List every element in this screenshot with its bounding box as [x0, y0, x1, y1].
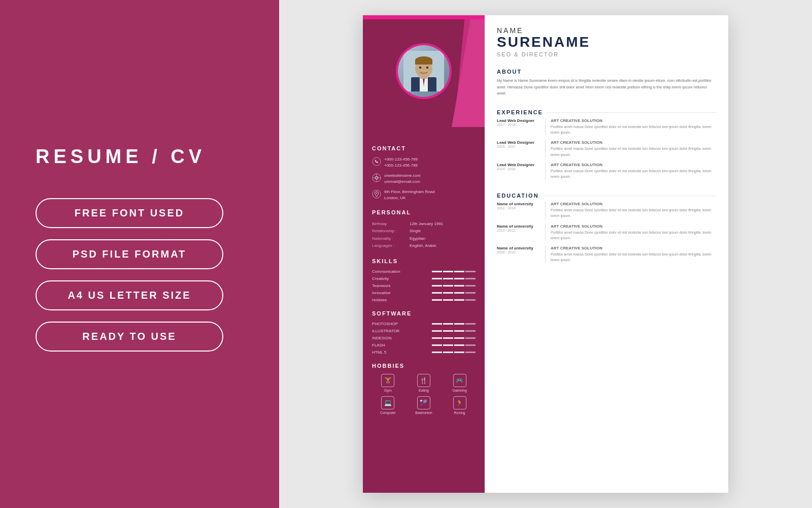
- cv-education-section: EDUCATION Name of university2012 · 2014A…: [485, 188, 728, 272]
- hobby-item: 🎮Gameing: [444, 374, 476, 392]
- skill-row: Innovative: [372, 291, 476, 295]
- hobby-item: 💻Computer: [372, 396, 404, 415]
- hobby-item: 🍴Eating: [408, 374, 440, 392]
- hobby-item: 🏋Gym: [372, 374, 404, 392]
- resume-title: RESUME / CV: [36, 146, 206, 168]
- svg-rect-7: [415, 60, 432, 65]
- cv-main: NAME SURENAME SEO & DIRECTOR ABOUT My Na…: [485, 15, 728, 493]
- cv-first-name: NAME: [497, 26, 716, 35]
- skill-row: PHOTOSHOP: [372, 322, 476, 326]
- ready-to-use-badge: READY TO USE: [36, 322, 223, 352]
- svg-point-16: [376, 193, 377, 194]
- skill-row: INDESIGN: [372, 336, 476, 340]
- exp-item: Lead Web Designer2014 · 2016ART CREATIVE…: [497, 163, 716, 179]
- cv-about-section: ABOUT My Name is Name Surename lorem emp…: [485, 65, 728, 105]
- cv-name-section: NAME SURENAME SEO & DIRECTOR: [485, 15, 728, 65]
- svg-point-10: [373, 157, 381, 166]
- skills-title: SKILLS: [372, 258, 476, 264]
- personal-title: PERSONAL: [372, 209, 476, 215]
- skill-row: Hobbies: [372, 298, 476, 302]
- skill-row: HTML 5: [372, 350, 476, 355]
- cv-sidebar: CONTACT +000-123-456-789 +000-123-456-78…: [363, 15, 485, 493]
- software-title: SOFTWARE: [372, 310, 476, 316]
- svg-point-8: [419, 67, 422, 69]
- cv-jobtitle: SEO & DIRECTOR: [497, 51, 716, 57]
- left-panel: RESUME / CV FREE FONT USED PSD FILE FORM…: [0, 0, 279, 508]
- right-panel: CONTACT +000-123-456-789 +000-123-456-78…: [279, 0, 812, 508]
- skill-row: Communication: [372, 269, 476, 274]
- exp-item: Name of university2012 · 2014ART CREATIV…: [497, 202, 716, 218]
- hobby-item: 🏸Badminton: [408, 396, 440, 415]
- psd-format-badge: PSD FILE FORMAT: [36, 239, 223, 269]
- skill-row: ILLUSTRATOR: [372, 329, 476, 333]
- cv-card: CONTACT +000-123-456-789 +000-123-456-78…: [363, 15, 728, 493]
- contact-phone: +000-123-456-789 +000-123-456-789: [372, 156, 476, 169]
- about-title: ABOUT: [497, 69, 522, 75]
- profile-photo: [396, 43, 452, 99]
- hobbies-grid: 🏋Gym🍴Eating🎮Gameing💻Computer🏸Badminton🏃R…: [372, 374, 476, 415]
- skill-row: Creativity: [372, 276, 476, 281]
- cv-experience-section: EXPERIENCE Lead Web Designer2017 · 2018A…: [485, 105, 728, 188]
- exp-item: Lead Web Designer2017 · 2018ART CREATIVE…: [497, 118, 716, 135]
- cv-sidebar-content: CONTACT +000-123-456-789 +000-123-456-78…: [363, 127, 485, 425]
- skill-row: Teamwork: [372, 283, 476, 288]
- free-font-badge: FREE FONT USED: [36, 198, 223, 228]
- a4-size-badge: A4 US LETTER SIZE: [36, 280, 223, 310]
- exp-item: Name of university2010 · 2012ART CREATIV…: [497, 224, 716, 241]
- cv-header: [363, 15, 485, 127]
- svg-point-9: [426, 67, 429, 69]
- exp-item: Lead Web Designer2016 · 2017ART CREATIVE…: [497, 140, 716, 157]
- contact-address: 6th Floor, Birmingham Road London, UK: [372, 189, 476, 201]
- about-text: My Name is Name Surename lorem empus id.…: [497, 78, 716, 97]
- cv-surname: SURENAME: [497, 35, 716, 50]
- exp-item: Name of university2008 · 2010ART CREATIV…: [497, 246, 716, 263]
- hobbies-title: HOBBIES: [372, 363, 476, 369]
- hobby-item: 🏃Runing: [444, 396, 476, 415]
- contact-web: urwebsitename.com uremail@email.com: [372, 173, 476, 185]
- skill-row: FLASH: [372, 343, 476, 347]
- contact-title: CONTACT: [372, 145, 476, 151]
- experience-title: EXPERIENCE: [497, 109, 543, 115]
- education-title: EDUCATION: [497, 193, 539, 199]
